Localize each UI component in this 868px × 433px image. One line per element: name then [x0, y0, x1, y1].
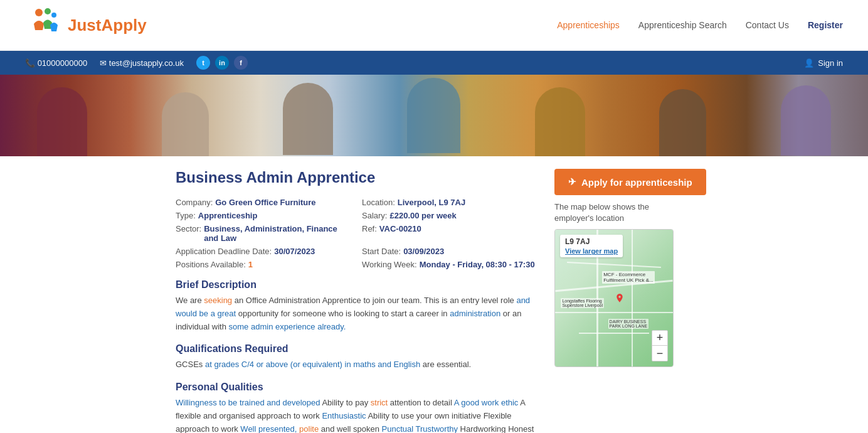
logo-icon	[25, 6, 63, 44]
map-business-label: MCF - EcommerceFulfilment UK Pick &...	[602, 271, 655, 284]
qualifications-text: GCSEs at grades C/4 or above (or equival…	[176, 358, 536, 372]
company-row: Company: Go Green Office Furniture	[176, 198, 349, 207]
map-zoom-controls: + −	[652, 330, 668, 361]
working-value: Monday - Friday, 08:30 - 17:30	[420, 260, 535, 269]
map-note: The map below shows the employer's locat…	[554, 201, 680, 224]
topbar: 📞 01000000000 ✉ test@justapply.co.uk t i…	[0, 51, 868, 75]
sector-row: Sector: Business, Administration, Financ…	[176, 224, 349, 243]
personal-title: Personal Qualities	[176, 382, 536, 393]
map-postcode-label: L9 7AJ View larger map	[560, 235, 623, 257]
salary-label: Salary:	[362, 211, 387, 220]
map-container[interactable]: L9 7AJ View larger map + − MCF - Ecommer…	[554, 229, 674, 367]
nav-register[interactable]: Register	[808, 20, 843, 30]
header: JustApply Apprenticeships Apprenticeship…	[0, 0, 868, 51]
phone-number: 📞 01000000000	[25, 58, 87, 68]
logo-text: JustApply	[68, 16, 147, 35]
map-body: L9 7AJ View larger map + − MCF - Ecommer…	[555, 230, 673, 366]
start-value: 03/09/2023	[403, 247, 444, 256]
type-value: Apprenticeship	[198, 211, 258, 220]
apply-button[interactable]: ✈ Apply for apprenticeship	[554, 169, 706, 195]
company-label: Company:	[176, 198, 213, 207]
type-label: Type:	[176, 211, 196, 220]
ref-row: Ref: VAC-00210	[362, 224, 536, 243]
send-icon: ✈	[568, 176, 576, 188]
main-nav: Apprenticeships Apprenticeship Search Co…	[557, 20, 843, 30]
positions-row: Positions Available: 1	[176, 260, 349, 269]
user-icon: 👤	[804, 58, 814, 68]
job-content: Business Admin Apprentice Company: Go Gr…	[176, 169, 536, 433]
logo[interactable]: JustApply	[25, 6, 147, 44]
personal-text: Willingness to be trained and developed …	[176, 397, 536, 433]
start-label: Start Date:	[362, 247, 401, 256]
brief-title: Brief Description	[176, 279, 536, 291]
zoom-in-button[interactable]: +	[652, 331, 667, 346]
social-icons: t in f	[196, 56, 248, 70]
twitter-icon[interactable]: t	[196, 56, 210, 70]
positions-label: Positions Available:	[176, 260, 246, 269]
svg-point-1	[45, 8, 51, 14]
ref-label: Ref:	[362, 224, 377, 233]
ref-value: VAC-00210	[379, 224, 421, 233]
start-row: Start Date: 03/09/2023	[362, 247, 536, 256]
map-pin-icon	[615, 293, 625, 303]
nav-contact[interactable]: Contact Us	[746, 20, 789, 30]
salary-value: £220.00 per week	[389, 211, 456, 220]
type-row: Type: Apprenticeship	[176, 211, 349, 220]
positions-value: 1	[248, 260, 253, 269]
linkedin-icon[interactable]: in	[215, 56, 229, 70]
main-content: Business Admin Apprentice Company: Go Gr…	[0, 156, 868, 433]
location-value: Liverpool, L9 7AJ	[398, 198, 465, 207]
job-title: Business Admin Apprentice	[176, 169, 536, 186]
salary-row: Salary: £220.00 per week	[362, 211, 536, 220]
email-icon: ✉	[100, 58, 107, 68]
working-row: Working Week: Monday - Friday, 08:30 - 1…	[362, 260, 536, 269]
brief-text: We are seeking an Office Administration …	[176, 294, 536, 333]
location-row: Location: Liverpool, L9 7AJ	[362, 198, 536, 207]
phone-icon: 📞	[25, 58, 35, 68]
deadline-row: Application Deadline Date: 30/07/2023	[176, 247, 349, 256]
sector-value: Business, Administration, Finance and La…	[204, 224, 349, 243]
job-meta: Company: Go Green Office Furniture Locat…	[176, 198, 536, 269]
sidebar: ✈ Apply for apprenticeship The map below…	[554, 169, 680, 433]
zoom-out-button[interactable]: −	[652, 346, 667, 361]
working-label: Working Week:	[362, 260, 417, 269]
svg-point-2	[51, 13, 56, 18]
location-label: Location:	[362, 198, 395, 207]
hero-image	[0, 75, 868, 156]
deadline-value: 30/07/2023	[274, 247, 315, 256]
facebook-icon[interactable]: f	[234, 56, 248, 70]
qualifications-title: Qualifications Required	[176, 343, 536, 355]
nav-search[interactable]: Apprenticeship Search	[638, 20, 727, 30]
email-address: ✉ test@justapply.co.uk	[100, 58, 184, 68]
sector-label: Sector:	[176, 224, 201, 233]
signin-button[interactable]: 👤 Sign in	[804, 58, 843, 68]
svg-point-0	[35, 9, 43, 16]
topbar-left: 📞 01000000000 ✉ test@justapply.co.uk t i…	[25, 56, 248, 70]
map-dairy-label: DAIRY BUSINESSPARK LONG LANE	[608, 319, 649, 329]
view-larger-map-link[interactable]: View larger map	[565, 247, 618, 255]
company-value: Go Green Office Furniture	[215, 198, 315, 207]
map-flooring-label: Longstaffes FlooringSuperstore Liverpool	[561, 298, 604, 308]
deadline-label: Application Deadline Date:	[176, 247, 272, 256]
nav-apprenticeships[interactable]: Apprenticeships	[557, 20, 620, 30]
